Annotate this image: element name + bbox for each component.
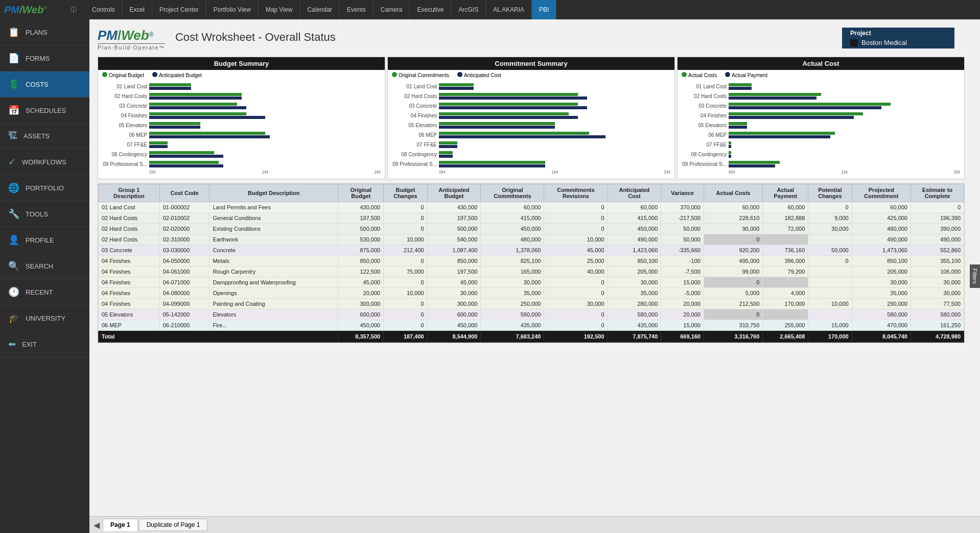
page-tabs: ◀ Page 1 Duplicate of Page 1	[89, 516, 980, 533]
project-color-swatch	[850, 39, 857, 46]
footer-var: 669,160	[661, 331, 704, 343]
nav-executive[interactable]: Executive	[410, 0, 451, 19]
footer-ab: 8,544,900	[427, 331, 481, 343]
data-table-wrapper: Group 1Description Cost Code Budget Desc…	[98, 183, 965, 343]
col-prj: ProjectedCommitment	[852, 184, 911, 202]
nav-map-view[interactable]: Map View	[259, 0, 300, 19]
app-logo[interactable]: PM/Web ®	[4, 4, 65, 16]
footer-etc: 4,728,980	[911, 331, 964, 343]
charts-row: Budget Summary Original Budget Anticipat…	[98, 57, 965, 179]
table-row: 04 Finishes04-071000Dampproofing and Wat…	[99, 277, 964, 288]
commitment-chart-body: 01 Land Cost 02 Hard Costs 03 Concrete 0…	[388, 80, 674, 179]
col-ob: OriginalBudget	[338, 184, 384, 202]
budget-chart: Budget Summary Original Budget Anticipat…	[98, 57, 385, 179]
budget-legend-original: Original Budget	[102, 72, 144, 78]
col-costcode: Cost Code	[159, 184, 209, 202]
sidebar-item-tools[interactable]: 🔧 TOOLS	[0, 201, 89, 227]
nav-events[interactable]: Events	[340, 0, 374, 19]
commit-legend-anticipated: Anticipated Cost	[457, 72, 501, 78]
footer-ob: 8,357,500	[338, 331, 384, 343]
sidebar-item-portfolio[interactable]: 🌐 PORTFOLIO	[0, 175, 89, 201]
info-icon[interactable]: ⓘ	[71, 6, 77, 14]
table-row: 04 Finishes04-050000Metals850,0000850,00…	[99, 256, 964, 266]
table-row: 02 Hard Costs02-310000Earthwork530,00010…	[99, 234, 964, 245]
costs-icon: 💲	[8, 79, 19, 90]
budget-chart-header: Budget Summary	[98, 57, 385, 70]
col-pc: PotentialChanges	[808, 184, 852, 202]
table-row: 04 Finishes04-099000Painting and Coating…	[99, 299, 964, 309]
col-cr: CommitmentsRevisions	[544, 184, 608, 202]
sidebar-item-university[interactable]: 🎓 UNIVERSITY	[0, 305, 89, 331]
sidebar-item-recent[interactable]: 🕐 RECENT	[0, 279, 89, 305]
report-logo: PM/Web® Plan·Build·Operate™	[98, 28, 165, 51]
sidebar-item-profile[interactable]: 👤 PROFILE	[0, 227, 89, 253]
sidebar-item-schedules[interactable]: 📅 SCHEDULES	[0, 98, 89, 124]
university-icon: 🎓	[8, 312, 19, 324]
nav-controls[interactable]: Controls	[85, 0, 123, 19]
table-row: 03 Concrete03-030000Concrete875,000212,4…	[99, 245, 964, 256]
table-footer-row: Total 8,357,500 187,400 8,544,900 7,683,…	[99, 331, 964, 343]
exit-icon: ⬅	[8, 338, 16, 350]
actual-legend-payment: Actual Payment	[725, 72, 767, 78]
col-ac: AnticipatedCost	[608, 184, 661, 202]
actual-cost-chart-header: Actual Cost	[678, 57, 964, 70]
actual-cost-chart-legend: Actual Costs Actual Payment	[678, 70, 964, 80]
col-desc: Budget Description	[209, 184, 338, 202]
sidebar-item-plans[interactable]: 📋 PLANS	[0, 19, 89, 45]
sidebar-item-assets[interactable]: 🏗 ASSETS	[0, 124, 89, 149]
footer-pc: 170,000	[808, 331, 852, 343]
footer-label: Total	[99, 331, 338, 343]
nav-pbi[interactable]: PBI	[532, 0, 556, 19]
table-row: 01 Land Cost01-000002Land Permits and Fe…	[99, 202, 964, 213]
col-oc: OriginalCommitments	[481, 184, 544, 202]
commitment-chart-legend: Original Commitments Anticipated Cost	[388, 70, 674, 80]
nav-project-center[interactable]: Project Center	[152, 0, 206, 19]
budget-chart-body: 01 Land Cost 02 Hard Costs 03 Concrete 0…	[98, 80, 385, 179]
nav-alakaria[interactable]: AL AKARIA	[486, 0, 532, 19]
assets-icon: 🏗	[8, 131, 17, 141]
sidebar-item-costs[interactable]: 💲 COSTS	[0, 71, 89, 98]
col-ab: AnticipatedBudget	[427, 184, 481, 202]
footer-ac: 7,875,740	[608, 331, 661, 343]
table-row: 05 Elevators05-142000Elevators600,000060…	[99, 309, 964, 320]
nav-calendar[interactable]: Calendar	[300, 0, 340, 19]
sidebar-item-exit[interactable]: ⬅ EXIT	[0, 331, 89, 357]
commitment-chart: Commitment Summary Original Commitments …	[387, 57, 675, 179]
col-etc: Estimate toComplete	[911, 184, 964, 202]
table-row: 06 MEP06-210000Fire...450,0000450,000435…	[99, 320, 964, 331]
footer-actp: 2,665,408	[763, 331, 808, 343]
filters-panel[interactable]: Filters	[970, 264, 980, 288]
prev-page-button[interactable]: ◀	[94, 520, 100, 530]
top-navigation: PM/Web ® ⓘ Controls Excel Project Center…	[0, 0, 980, 19]
footer-prj: 8,045,740	[852, 331, 911, 343]
page-tab-2[interactable]: Duplicate of Page 1	[139, 519, 208, 531]
recent-icon: 🕐	[8, 286, 19, 298]
tools-icon: 🔧	[8, 208, 19, 220]
forms-icon: 📄	[8, 53, 19, 64]
report-header: PM/Web® Plan·Build·Operate™ Cost Wrokshe…	[98, 28, 965, 51]
commitment-chart-header: Commitment Summary	[388, 57, 674, 70]
project-box: Project Boston Medical	[842, 28, 954, 49]
nav-arcgis[interactable]: ArcGIS	[451, 0, 486, 19]
budget-legend-anticipated: Anticipated Budget	[152, 72, 202, 78]
sidebar-item-forms[interactable]: 📄 FORMS	[0, 45, 89, 71]
table-row: 04 Finishes04-080000Openings20,00010,000…	[99, 288, 964, 299]
sidebar-item-workflows[interactable]: ✓ WORKFLOWS	[0, 149, 89, 175]
footer-cr: 192,500	[544, 331, 608, 343]
col-bc: BudgetChanges	[384, 184, 427, 202]
sidebar-item-search[interactable]: 🔍 SEARCH	[0, 253, 89, 279]
nav-excel[interactable]: Excel	[123, 0, 152, 19]
page-tab-1[interactable]: Page 1	[103, 519, 138, 531]
plans-icon: 📋	[8, 27, 19, 38]
footer-actc: 3,316,760	[704, 331, 762, 343]
nav-camera[interactable]: Camera	[374, 0, 410, 19]
sidebar: 📋 PLANS 📄 FORMS 💲 COSTS 📅 SCHEDULES 🏗 AS…	[0, 19, 89, 533]
report-content: PM/Web® Plan·Build·Operate™ Cost Wrokshe…	[89, 19, 980, 516]
portfolio-icon: 🌐	[8, 182, 19, 193]
table-row: 04 Finishes04-061000Rough Carpentry122,5…	[99, 266, 964, 277]
cost-table: Group 1Description Cost Code Budget Desc…	[98, 184, 964, 343]
actual-cost-chart-body: 01 Land Cost 02 Hard Costs 03 Concrete 0…	[678, 80, 964, 179]
nav-portfolio-view[interactable]: Portfolio View	[206, 0, 259, 19]
col-actc: Actual Costs	[704, 184, 762, 202]
budget-chart-legend: Original Budget Anticipated Budget	[98, 70, 385, 80]
